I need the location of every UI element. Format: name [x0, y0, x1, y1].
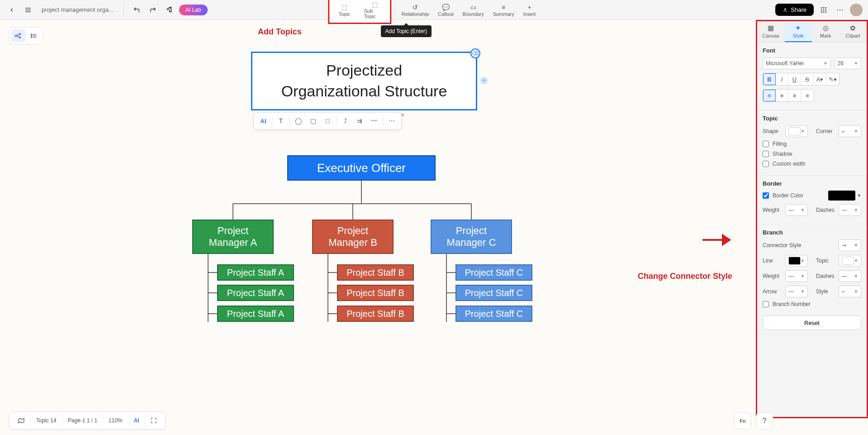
shape-icon[interactable]: ▢ [306, 115, 320, 127]
undo-icon[interactable] [130, 4, 143, 16]
tab-style[interactable]: ✦Style [785, 21, 812, 42]
filling-checkbox[interactable] [763, 141, 769, 147]
underline-button[interactable]: U [788, 73, 801, 85]
node-executive[interactable]: Executive Officer [287, 155, 436, 181]
font-color-button[interactable]: A▾ [814, 73, 826, 85]
node-staff-c1[interactable]: Project Staff C [455, 264, 532, 281]
view-toggle [9, 27, 43, 44]
central-topic[interactable]: Projectized Organizational Structure ⌫ [251, 52, 477, 110]
clipart-icon: ✿ [850, 24, 856, 32]
mindmap-view-button[interactable] [11, 29, 26, 42]
node-staff-a3[interactable]: Project Staff A [217, 306, 294, 322]
relationship-button[interactable]: ↺Relationship [397, 0, 434, 20]
branch-dashes-select[interactable]: —▼ [839, 270, 861, 282]
border-dashes-label: Dashes [816, 207, 835, 213]
strikethrough-button[interactable]: S [801, 73, 814, 85]
ai-status-button[interactable]: AI [128, 412, 145, 429]
align-left-button[interactable]: ≡ [763, 90, 776, 101]
font-family-select[interactable]: Microsoft YaHei▼ [763, 57, 831, 69]
menu-icon[interactable] [22, 4, 34, 16]
border-color-swatch[interactable] [828, 191, 855, 201]
back-icon[interactable] [5, 4, 18, 16]
page-indicator[interactable]: Page-1 1 / 1 [62, 412, 103, 429]
share-node-icon[interactable]: ⤴ [338, 115, 352, 127]
line-style-icon[interactable]: 〰 [367, 115, 381, 127]
document-title[interactable]: project management orga... [38, 6, 117, 13]
share-button[interactable]: Share [775, 4, 814, 16]
node-staff-a2[interactable]: Project Staff A [217, 285, 294, 301]
topic-section: Topic Shape ▼ Corner ⌐▼ Filling Shadow C… [757, 110, 867, 176]
align-right-button[interactable]: ≡ [788, 90, 801, 101]
connector-style-select[interactable]: ⊸▼ [839, 239, 861, 251]
tab-clipart[interactable]: ✿Clipart [840, 21, 867, 42]
node-manager-a[interactable]: Project Manager A [192, 220, 274, 254]
svg-point-8 [823, 9, 825, 10]
branch-topic-select[interactable]: ▼ [839, 255, 861, 267]
insert-button[interactable]: +Insert [519, 0, 541, 20]
text-icon[interactable]: T [274, 115, 288, 127]
zoom-level[interactable]: 110% [103, 412, 128, 429]
user-avatar[interactable] [850, 4, 863, 16]
callout-button[interactable]: 💬Callout [433, 0, 458, 20]
italic-button[interactable]: I [776, 73, 788, 85]
paint-format-icon[interactable] [163, 4, 175, 16]
corner-select[interactable]: ⌐▼ [839, 125, 861, 137]
help-button[interactable]: ? [756, 412, 773, 430]
topic-button[interactable]: ⬚Topic [329, 0, 360, 20]
close-toolbar-icon[interactable]: ✕ [400, 112, 405, 118]
apps-grid-icon[interactable] [817, 4, 830, 16]
fill-icon[interactable]: ◯ [292, 115, 305, 127]
node-staff-b3[interactable]: Project Staff B [337, 306, 414, 322]
align-center-button[interactable]: ≡ [776, 90, 788, 101]
tab-mark[interactable]: ◎Mark [812, 21, 840, 42]
topic-menu-highlight: ⬚Topic ⬚Sub Topic [328, 0, 391, 24]
node-staff-c3[interactable]: Project Staff C [455, 306, 532, 322]
ai-lab-button[interactable]: AI Lab [179, 5, 208, 15]
subtopic-button[interactable]: ⬚Sub Topic [360, 0, 390, 20]
node-manager-c[interactable]: Project Manager C [431, 220, 512, 254]
eraser-handle-icon[interactable]: ⌫ [470, 48, 480, 58]
font-size-select[interactable]: 26▼ [835, 57, 862, 69]
border-dashes-select[interactable]: —▼ [839, 204, 861, 216]
custom-width-checkbox[interactable] [763, 161, 769, 167]
more-options-icon[interactable]: ⋯ [385, 115, 398, 127]
fullscreen-button[interactable] [145, 412, 162, 429]
border-icon[interactable]: □ [321, 115, 334, 127]
boundary-button[interactable]: ▭Boundary [458, 0, 489, 20]
branch-arrow-label: Arrow [763, 288, 782, 295]
outline-view-button[interactable] [27, 29, 41, 42]
properties-panel: ▦Canvas ✦Style ◎Mark ✿Clipart Font Micro… [756, 20, 868, 418]
border-weight-select[interactable]: —▼ [785, 204, 808, 216]
add-subtopic-handle[interactable]: + [480, 77, 488, 84]
map-overview-button[interactable] [12, 412, 31, 429]
align-justify-button[interactable]: ≡ [801, 90, 814, 101]
redo-icon[interactable] [147, 4, 159, 16]
node-staff-a1[interactable]: Project Staff A [217, 264, 294, 281]
branch-style-select[interactable]: ⌐▼ [839, 286, 861, 297]
node-staff-b1[interactable]: Project Staff B [337, 264, 414, 281]
border-color-checkbox[interactable] [763, 192, 769, 199]
summary-button[interactable]: ≡Summary [489, 0, 519, 20]
branch-line-select[interactable]: ▼ [785, 255, 808, 267]
topic-count[interactable]: Topic 14 [31, 412, 62, 429]
shadow-checkbox[interactable] [763, 151, 769, 157]
function-button[interactable]: Fn [734, 412, 751, 430]
highlight-button[interactable]: ✎▾ [826, 73, 839, 85]
node-staff-c2[interactable]: Project Staff C [455, 285, 532, 301]
svg-point-12 [825, 11, 826, 13]
node-manager-b[interactable]: Project Manager B [312, 220, 394, 254]
bold-button[interactable]: B [763, 73, 776, 85]
node-staff-b2[interactable]: Project Staff B [337, 285, 414, 301]
reset-button[interactable]: Reset [763, 315, 861, 330]
svg-point-20 [31, 35, 32, 36]
branch-arrow-select[interactable]: —▼ [785, 286, 808, 297]
tab-canvas[interactable]: ▦Canvas [757, 21, 785, 42]
branch-weight-select[interactable]: —▼ [785, 270, 808, 282]
more-icon[interactable]: ⋯ [834, 4, 846, 16]
branch-number-checkbox[interactable] [763, 301, 769, 307]
structure-icon[interactable]: ⇉ [353, 115, 366, 127]
shape-select[interactable]: ▼ [785, 125, 808, 137]
topic-icon: ⬚ [342, 3, 347, 11]
branch-title: Branch [763, 229, 861, 236]
ai-button[interactable]: AI [256, 115, 270, 127]
